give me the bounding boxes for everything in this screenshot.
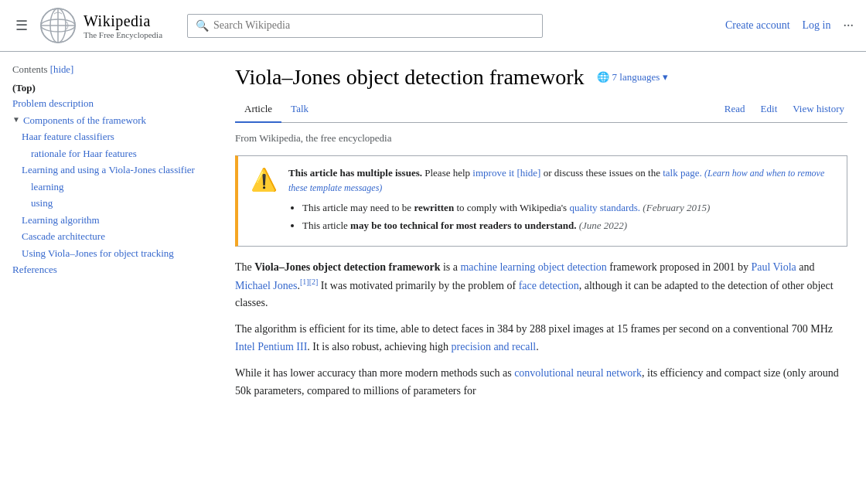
logo-link[interactable]: Wikipedia The Free Encyclopedia bbox=[39, 6, 162, 45]
tab-view-history[interactable]: View history bbox=[789, 97, 847, 121]
warning-content: This article has multiple issues. Please… bbox=[288, 165, 834, 237]
list-item: ▼ Components of the framework bbox=[12, 113, 204, 128]
sidebar-item-haar[interactable]: Haar feature classifiers bbox=[22, 131, 114, 142]
wikipedia-globe-icon bbox=[39, 6, 77, 45]
list-item: Learning and using a Viola-Jones classif… bbox=[12, 162, 204, 178]
main-container: Contents [hide] (Top) Problem descriptio… bbox=[0, 52, 866, 421]
intel-pentium-link[interactable]: Intel Pentium III bbox=[235, 341, 307, 352]
hamburger-menu-button[interactable]: ☰ bbox=[12, 14, 31, 37]
sidebar-item-rationale[interactable]: rationale for Haar features bbox=[31, 148, 137, 159]
list-item: Learning algorithm bbox=[12, 213, 204, 228]
cnn-link[interactable]: convolutional neural network bbox=[514, 367, 642, 379]
warning-list: This article may need to be rewritten to… bbox=[302, 200, 834, 233]
list-item: (Top) bbox=[12, 82, 204, 94]
tab-read[interactable]: Read bbox=[721, 97, 748, 121]
article-area: Viola–Jones object detection framework 🌐… bbox=[216, 52, 866, 421]
languages-label: 7 languages bbox=[612, 71, 660, 83]
sidebar-item-learning[interactable]: learning bbox=[31, 181, 64, 192]
header-right: Create account Log in ··· bbox=[725, 18, 854, 34]
machine-learning-link[interactable]: machine learning object detection bbox=[460, 261, 606, 273]
tab-edit[interactable]: Edit bbox=[758, 97, 781, 121]
article-title-row: Viola–Jones object detection framework 🌐… bbox=[235, 64, 847, 90]
sidebar-item-using[interactable]: using bbox=[31, 197, 53, 209]
tab-bar-right: Read Edit View history bbox=[721, 97, 847, 121]
chevron-down-icon: ▾ bbox=[663, 71, 668, 83]
article-paragraph-2: The algorithm is efficient for its time,… bbox=[235, 321, 847, 356]
header-left: ☰ Wikipedia The Free Encyclopedia bbox=[12, 6, 162, 45]
list-item: using bbox=[12, 196, 204, 211]
improve-it-link[interactable]: improve it bbox=[472, 167, 514, 179]
contents-label: Contents bbox=[12, 64, 48, 75]
list-item: Cascade architecture bbox=[12, 229, 204, 244]
michael-jones-link[interactable]: Michael Jones bbox=[235, 280, 297, 291]
tab-bar: Article Talk Read Edit View history bbox=[235, 97, 847, 123]
list-item: rationale for Haar features bbox=[12, 146, 204, 162]
search-icon: 🔍 bbox=[196, 19, 209, 32]
sidebar: Contents [hide] (Top) Problem descriptio… bbox=[0, 52, 216, 421]
list-item: Using Viola–Jones for object tracking bbox=[12, 246, 204, 261]
sidebar-item-problem-description[interactable]: Problem description bbox=[12, 97, 94, 109]
paul-viola-link[interactable]: Paul Viola bbox=[751, 261, 796, 273]
tab-bar-left: Article Talk bbox=[235, 97, 318, 122]
contents-header: Contents [hide] bbox=[12, 64, 204, 76]
logo-subtitle: The Free Encyclopedia bbox=[84, 30, 162, 39]
warning-intro-text: This article has multiple issues. Please… bbox=[288, 165, 834, 196]
sidebar-item-references[interactable]: References bbox=[12, 264, 57, 275]
warning-date-1: (February 2015) bbox=[643, 202, 710, 213]
article-paragraph-3: While it has lower accuracy than more mo… bbox=[235, 365, 847, 400]
logo-title: Wikipedia bbox=[84, 12, 162, 30]
citation-1: [1][2] bbox=[300, 278, 318, 286]
sidebar-nav: (Top) Problem description ▼ Components o… bbox=[12, 82, 204, 278]
talk-page-link[interactable]: talk page. bbox=[663, 167, 702, 179]
expand-icon[interactable]: ▼ bbox=[12, 115, 20, 124]
warning-icon: ⚠️ bbox=[251, 167, 278, 192]
list-item: References bbox=[12, 262, 204, 278]
sidebar-item-top: (Top) bbox=[12, 82, 36, 94]
sidebar-item-cascade[interactable]: Cascade architecture bbox=[22, 230, 105, 242]
logo-text: Wikipedia The Free Encyclopedia bbox=[84, 12, 162, 39]
quality-standards-link[interactable]: quality standards. bbox=[569, 202, 640, 213]
list-item: This article may need to be rewritten to… bbox=[302, 200, 834, 216]
languages-button[interactable]: 🌐 7 languages ▾ bbox=[597, 71, 669, 83]
sidebar-item-components[interactable]: Components of the framework bbox=[23, 113, 146, 128]
hide-button[interactable]: [hide] bbox=[517, 167, 540, 179]
warning-date-2: (June 2022) bbox=[579, 220, 627, 231]
more-options-button[interactable]: ··· bbox=[844, 18, 854, 34]
login-button[interactable]: Log in bbox=[803, 19, 831, 32]
from-line: From Wikipedia, the free encyclopedia bbox=[235, 132, 847, 145]
languages-icon: 🌐 bbox=[597, 71, 609, 83]
face-detection-link[interactable]: face detection bbox=[519, 280, 579, 291]
search-box: 🔍 bbox=[187, 14, 543, 38]
search-container: 🔍 bbox=[187, 14, 543, 38]
list-item: Problem description bbox=[12, 96, 204, 111]
precision-recall-link[interactable]: precision and recall bbox=[452, 341, 537, 352]
create-account-button[interactable]: Create account bbox=[725, 19, 790, 32]
article-text: The Viola–Jones object detection framewo… bbox=[235, 259, 847, 400]
site-header: ☰ Wikipedia The Free Encyclopedia 🔍 bbox=[0, 0, 866, 52]
article-title: Viola–Jones object detection framework bbox=[235, 64, 585, 90]
sidebar-item-learning-using[interactable]: Learning and using a Viola-Jones classif… bbox=[22, 164, 195, 175]
search-input[interactable] bbox=[213, 19, 534, 32]
sidebar-item-viola-jones-tracking[interactable]: Using Viola–Jones for object tracking bbox=[22, 247, 174, 259]
warning-box: ⚠️ This article has multiple issues. Ple… bbox=[235, 155, 847, 247]
list-item: Haar feature classifiers bbox=[12, 129, 204, 145]
article-paragraph-1: The Viola–Jones object detection framewo… bbox=[235, 259, 847, 312]
sidebar-item-learning-algorithm[interactable]: Learning algorithm bbox=[22, 214, 100, 226]
tab-talk[interactable]: Talk bbox=[281, 97, 318, 123]
list-item: learning bbox=[12, 179, 204, 195]
list-item: This article may be too technical for mo… bbox=[302, 218, 834, 233]
contents-hide-button[interactable]: [hide] bbox=[50, 64, 74, 75]
tab-article[interactable]: Article bbox=[235, 97, 281, 123]
sidebar-item-components-expandable: ▼ Components of the framework bbox=[12, 113, 204, 128]
